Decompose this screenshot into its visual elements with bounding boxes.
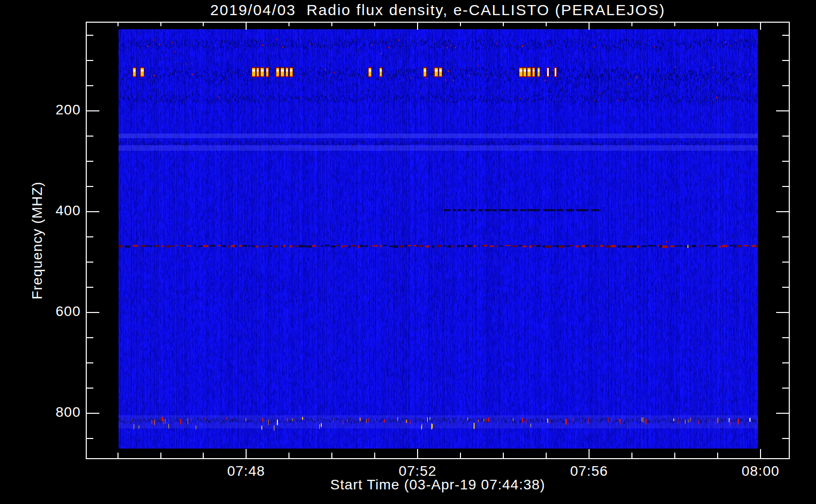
- x-minor-tick-top: [546, 23, 547, 26]
- y-minor-tick-right: [782, 236, 789, 237]
- y-major-tick: [87, 110, 99, 111]
- y-minor-tick-right: [782, 85, 789, 86]
- y-minor-tick: [87, 287, 93, 288]
- y-minor-tick-right: [782, 337, 789, 338]
- x-minor-tick: [203, 453, 204, 458]
- y-minor-tick: [87, 85, 93, 86]
- x-major-tick-top: [589, 23, 590, 30]
- x-minor-tick: [674, 453, 675, 458]
- y-minor-tick-right: [782, 161, 789, 162]
- x-minor-tick-top: [160, 23, 161, 26]
- x-minor-tick: [288, 453, 289, 458]
- x-axis-label: Start Time (03-Apr-19 07:44:38): [330, 477, 545, 493]
- y-minor-tick: [87, 186, 93, 187]
- x-minor-tick-top: [203, 23, 204, 26]
- y-tick-label: 200: [25, 102, 81, 118]
- y-minor-tick: [87, 337, 93, 338]
- y-major-tick-right: [776, 110, 789, 111]
- y-minor-tick: [87, 388, 93, 389]
- y-minor-tick: [87, 161, 93, 162]
- x-major-tick: [760, 449, 761, 458]
- x-minor-tick: [631, 453, 632, 458]
- y-minor-tick: [87, 438, 93, 439]
- x-major-tick: [589, 449, 590, 458]
- x-major-tick-top: [246, 23, 247, 30]
- x-tick-label: 07:48: [227, 463, 265, 479]
- x-minor-tick-top: [460, 23, 461, 26]
- x-minor-tick-top: [717, 23, 718, 26]
- x-major-tick: [246, 449, 247, 458]
- x-minor-tick-top: [331, 23, 332, 26]
- y-minor-tick: [87, 236, 93, 237]
- x-minor-tick: [503, 453, 504, 458]
- x-minor-tick-top: [674, 23, 675, 26]
- y-minor-tick-right: [782, 60, 789, 61]
- y-minor-tick-right: [782, 262, 789, 263]
- x-minor-tick-top: [118, 23, 119, 26]
- spectrogram-image: [119, 29, 758, 449]
- x-minor-tick: [460, 453, 461, 458]
- x-minor-tick: [717, 453, 718, 458]
- y-minor-tick: [87, 262, 93, 263]
- x-minor-tick-top: [503, 23, 504, 26]
- y-minor-tick-right: [782, 136, 789, 137]
- x-minor-tick-top: [631, 23, 632, 26]
- x-major-tick-top: [760, 23, 761, 30]
- y-minor-tick-right: [782, 287, 789, 288]
- y-minor-tick-right: [782, 35, 789, 36]
- y-major-tick-right: [776, 413, 789, 414]
- y-minor-tick-right: [782, 388, 789, 389]
- x-minor-tick: [331, 453, 332, 458]
- y-major-tick-right: [776, 211, 789, 212]
- x-tick-label: 08:00: [741, 463, 779, 479]
- chart-title: 2019/04/03 Radio flux density, e-CALLIST…: [210, 2, 665, 19]
- x-minor-tick: [160, 453, 161, 458]
- y-tick-label: 600: [25, 303, 81, 320]
- x-minor-tick: [546, 453, 547, 458]
- y-tick-label: 800: [25, 404, 81, 420]
- y-major-tick: [87, 413, 99, 414]
- x-minor-tick: [374, 453, 375, 458]
- y-minor-tick-right: [782, 438, 789, 439]
- y-minor-tick-right: [782, 186, 789, 187]
- y-minor-tick: [87, 362, 93, 363]
- y-minor-tick: [87, 136, 93, 137]
- y-major-tick: [87, 312, 99, 313]
- y-minor-tick: [87, 35, 93, 36]
- x-minor-tick-top: [288, 23, 289, 26]
- x-major-tick-top: [417, 23, 418, 30]
- y-minor-tick: [87, 60, 93, 61]
- spectrogram-figure: 2019/04/03 Radio flux density, e-CALLIST…: [0, 0, 816, 504]
- x-major-tick: [417, 449, 418, 458]
- x-minor-tick-top: [374, 23, 375, 26]
- x-tick-label: 07:56: [570, 463, 608, 479]
- y-major-tick: [87, 211, 99, 212]
- y-major-tick-right: [776, 312, 789, 313]
- y-minor-tick-right: [782, 362, 789, 363]
- y-axis-label: Frequency (MHZ): [29, 181, 45, 299]
- x-minor-tick: [118, 453, 119, 458]
